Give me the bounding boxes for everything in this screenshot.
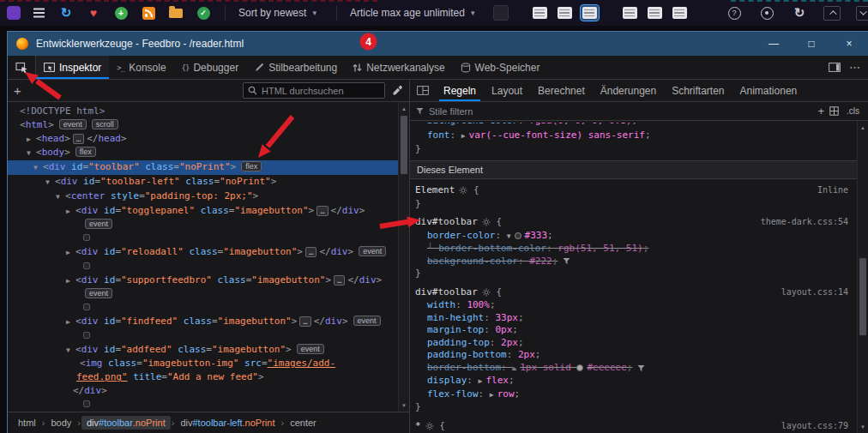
css-declaration[interactable]: border-bottom: ▶1px solid #eeeeee; <box>410 362 857 376</box>
pick-element-button[interactable] <box>8 56 36 79</box>
property-value[interactable]: 100% <box>467 299 490 310</box>
tab-regeln[interactable]: Regeln <box>436 80 484 101</box>
markup-line[interactable]: ▼<div id="addfeed" class="imagebutton">e… <box>8 343 398 358</box>
view-mode-button[interactable] <box>556 5 574 21</box>
style-filter-input[interactable] <box>429 106 812 117</box>
meatball-menu-button[interactable]: ⋯ <box>849 61 861 74</box>
tab-layout[interactable]: Layout <box>484 80 530 101</box>
css-declaration[interactable]: background-color: #222; <box>410 256 857 268</box>
css-declaration[interactable]: padding-bottom: 2px; <box>410 349 857 362</box>
rule-selector[interactable]: div#toolbar <box>415 286 478 299</box>
tab-inspektor[interactable]: Inspektor <box>36 56 109 79</box>
app-icon[interactable] <box>7 6 21 20</box>
scroll-down-button[interactable] <box>855 3 868 23</box>
property-value[interactable]: 1px solid <box>520 362 576 373</box>
article-age-dropdown[interactable]: Article max age unlimited ▾ <box>342 3 483 23</box>
tab-debugger[interactable]: {} Debugger <box>174 56 247 79</box>
css-declaration[interactable]: display: ▶flex; <box>410 375 857 388</box>
breadcrumb-item[interactable]: html <box>13 416 41 430</box>
node-marker[interactable] <box>83 400 90 407</box>
event-badge[interactable]: event <box>297 344 324 354</box>
property-name[interactable]: width <box>427 299 455 310</box>
property-name[interactable]: border-bottom-color <box>438 243 546 254</box>
selector-gear-icon[interactable] <box>425 422 434 430</box>
class-panel-button[interactable]: .cls <box>844 105 862 117</box>
property-value[interactable]: rgba(0, 0, 0, 0.8) <box>529 123 631 126</box>
help-button[interactable]: ? <box>725 3 744 23</box>
markup-line[interactable]: ▶<head>…</head> <box>8 132 398 147</box>
scroll-badge[interactable]: scroll <box>92 119 118 129</box>
rule-selector[interactable]: div#toolbar <box>415 216 478 229</box>
markup-line[interactable] <box>8 329 398 343</box>
refresh-button[interactable]: ↻ <box>790 3 809 23</box>
expand-arrow[interactable]: ▶ <box>66 246 75 260</box>
scrollbar-down-arrow[interactable]: ▼ <box>858 421 868 432</box>
expand-arrow[interactable]: ▼ <box>45 176 55 189</box>
property-value[interactable]: row <box>497 388 515 400</box>
scrollbar-up-arrow[interactable]: ▲ <box>858 122 868 133</box>
flex-badge[interactable]: flex <box>75 147 96 157</box>
html-search-input[interactable] <box>262 86 380 96</box>
add-node-button[interactable]: + <box>14 83 29 98</box>
rule-selector[interactable]: * <box>415 420 421 433</box>
view-mode-button-selected[interactable] <box>581 5 599 21</box>
markup-line[interactable]: ▶<div id="supportfeedbro" class="imagebu… <box>8 274 398 288</box>
property-value[interactable]: #eeeeee <box>587 362 626 373</box>
scrollbar-down-arrow[interactable]: ▼ <box>399 400 409 411</box>
css-declaration[interactable]: border-color: ▼#333; <box>410 230 857 244</box>
view-mode-button[interactable] <box>621 5 639 21</box>
property-name[interactable]: background-color <box>427 256 518 267</box>
favorites-button[interactable]: ♥ <box>84 3 103 23</box>
overridden-filter-icon[interactable] <box>563 257 570 265</box>
attribute-link-value[interactable]: feed.png" <box>76 371 128 382</box>
markup-line[interactable] <box>8 398 398 412</box>
selector-gear-icon[interactable] <box>482 218 491 226</box>
property-name[interactable]: background-color <box>427 123 518 126</box>
property-name[interactable]: margin-top <box>427 324 484 335</box>
rss-button[interactable] <box>139 3 158 23</box>
sort-dropdown[interactable]: Sort by newest ▾ <box>231 3 324 23</box>
css-declaration[interactable]: width: 100%; <box>410 299 857 312</box>
scrollbar-up-arrow[interactable]: ▲ <box>399 103 409 114</box>
expand-arrow[interactable]: ▶ <box>66 316 75 329</box>
breadcrumb-item[interactable]: div#toolbar.noPrint <box>81 416 171 430</box>
css-declaration[interactable]: background-color: rgba(0, 0, 0, 0.8); <box>410 123 857 129</box>
dock-side-button[interactable] <box>829 63 841 72</box>
property-value[interactable]: 2px <box>518 349 535 360</box>
expand-arrow[interactable]: ▼ <box>33 161 43 175</box>
property-name[interactable]: display <box>427 375 467 386</box>
rule-source-link[interactable]: theme-dark.css:54 <box>761 216 848 229</box>
property-value[interactable]: rgb(51, 51, 51) <box>558 243 642 254</box>
markup-line[interactable]: <html>eventscroll <box>8 118 398 132</box>
minimize-button[interactable]: — <box>755 32 793 56</box>
tab-animationen[interactable]: Animationen <box>732 80 805 101</box>
markup-line[interactable]: ▶<div id="findfeed" class="imagebutton">… <box>8 315 398 329</box>
markup-line[interactable]: ▶<div id="reloadall" class="imagebutton"… <box>8 245 398 260</box>
reload-feeds-button[interactable]: ↻ <box>57 3 75 23</box>
property-value[interactable]: var(--cue-font-size) sans-serif <box>469 129 645 141</box>
expand-arrow[interactable]: ▼ <box>66 344 75 358</box>
expand-arrow[interactable]: ▶ <box>66 274 75 288</box>
markup-line[interactable]: ▼<center style="padding-top: 2px;"> <box>8 189 398 204</box>
property-name[interactable]: padding-bottom <box>427 349 507 360</box>
selector-gear-icon[interactable] <box>459 186 467 195</box>
overridden-filter-icon[interactable] <box>637 364 645 372</box>
markup-line[interactable]: </div> <box>8 384 398 398</box>
three-pane-toggle-button[interactable] <box>410 80 436 101</box>
rule-source-link[interactable]: layout.css:79 <box>781 420 848 433</box>
markup-line[interactable] <box>8 301 398 315</box>
expand-arrow[interactable]: ▶ <box>66 205 75 219</box>
pseudo-class-panel-button[interactable] <box>829 106 839 116</box>
css-declaration[interactable]: min-height: 33px; <box>410 312 857 325</box>
view-mode-button[interactable] <box>531 5 549 21</box>
markup-line[interactable]: <!DOCTYPE html> <box>8 105 398 118</box>
markup-line[interactable]: <img class="imagebutton-img" src="images… <box>8 357 398 370</box>
tab-aenderungen[interactable]: Änderungen <box>593 80 664 101</box>
node-marker[interactable] <box>83 332 90 339</box>
status-button[interactable] <box>757 3 776 23</box>
markup-line-selected[interactable]: ▼<div id="toolbar" class="noPrint">flex <box>8 160 398 175</box>
tab-schriftarten[interactable]: Schriftarten <box>664 80 732 101</box>
shorthand-expander-icon[interactable]: ▶ <box>512 364 516 372</box>
rule-source-link[interactable]: Inline <box>817 184 848 197</box>
tab-web-speicher[interactable]: Web-Speicher <box>453 56 548 79</box>
